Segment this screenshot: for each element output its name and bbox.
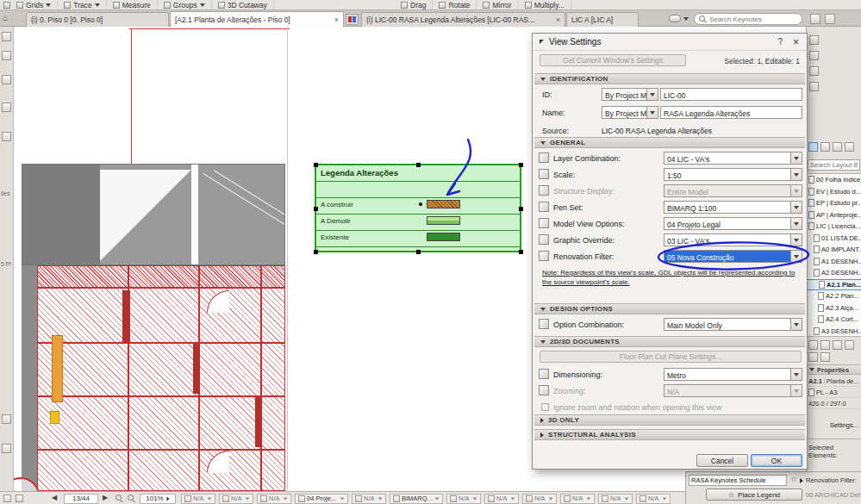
quick-option-field[interactable]: N/A	[181, 494, 215, 504]
layout-book-search[interactable]	[808, 159, 860, 171]
quick-option-field[interactable]: N/A	[636, 494, 671, 504]
name-mode-dropdown[interactable]: By Project Map	[602, 106, 658, 119]
quick-option-field[interactable]: 04 Proje...	[295, 494, 348, 504]
keynotes-search[interactable]	[694, 13, 802, 25]
panel-icon[interactable]	[820, 142, 830, 152]
zoom-in-icon[interactable]	[128, 495, 135, 502]
selection-handle[interactable]	[416, 163, 421, 167]
panel-icon[interactable]	[809, 35, 819, 45]
ok-button[interactable]: OK	[751, 454, 802, 467]
tree-item[interactable]: A1 DESENH...	[807, 256, 861, 268]
id-mode-dropdown[interactable]: By Project Map	[602, 88, 658, 101]
quick-option-field[interactable]: N/A	[598, 494, 633, 504]
star-icon[interactable]: ☆	[790, 475, 797, 483]
panel-icon[interactable]	[833, 340, 842, 350]
panel-icon[interactable]	[809, 82, 819, 91]
help-button[interactable]: ?	[777, 37, 783, 47]
panel-icon[interactable]	[833, 142, 842, 152]
home-icon[interactable]: ⌂	[3, 13, 8, 22]
quick-option-field[interactable]: N/A	[522, 494, 557, 504]
panel-icon[interactable]	[2, 51, 11, 60]
app-menu-icon[interactable]	[3, 2, 10, 9]
quick-option-field[interactable]: N/A	[352, 494, 386, 504]
selection-handle[interactable]	[519, 163, 523, 167]
panel-icon[interactable]	[809, 51, 819, 60]
panel-icon[interactable]	[2, 75, 11, 84]
zoom-out-icon[interactable]	[115, 495, 123, 502]
place-legend-button[interactable]: ☆Place Legend	[706, 488, 802, 501]
cancel-button[interactable]: Cancel	[696, 454, 748, 467]
tree-item[interactable]: 01 LISTA DE...	[807, 233, 861, 245]
toolbar-drag[interactable]: Drag	[395, 0, 433, 9]
panel-tab-icon[interactable]	[825, 14, 835, 24]
panel-icon[interactable]	[820, 352, 830, 362]
tree-item[interactable]: A0 IMPLANT...	[807, 244, 861, 256]
dropdown-button[interactable]	[790, 152, 802, 164]
renovation-filter-dropdown[interactable]: 05 Nova Construção	[664, 250, 802, 263]
tree-item[interactable]: LIC | Licencia...	[807, 221, 861, 233]
panel-icon[interactable]	[845, 340, 854, 350]
zoom-level[interactable]: 101%	[140, 494, 176, 504]
toolbar-multiply[interactable]: Multiply...	[519, 0, 571, 9]
dropdown-button[interactable]	[790, 369, 802, 380]
dropdown-button[interactable]	[790, 202, 802, 213]
close-icon[interactable]: ×	[334, 16, 339, 24]
dropdown-button[interactable]	[790, 234, 802, 246]
tree-item[interactable]: A2 DESENH...	[807, 267, 861, 279]
tab-legenda-alteracoes[interactable]: (i) LIC-00 RASA Legenda Alterações [LIC-…	[361, 12, 565, 27]
tree-item-selected[interactable]: A2.1 Plan...	[807, 279, 861, 291]
dialog-titlebar[interactable]: View Settings	[533, 34, 807, 51]
selection-handle[interactable]	[519, 250, 523, 254]
selection-handle[interactable]	[416, 250, 421, 254]
tree-item[interactable]: EP | Estudo pr...	[807, 197, 861, 209]
chevron-down-icon[interactable]	[683, 17, 689, 21]
dropdown-button[interactable]	[790, 218, 802, 229]
scale-dropdown[interactable]: 1:50	[664, 168, 802, 181]
panel-icon[interactable]	[820, 340, 830, 350]
toolbar-trace[interactable]: Trace	[58, 0, 106, 9]
page-indicator[interactable]: 13/44	[64, 494, 98, 504]
section-general[interactable]: GENERAL	[534, 137, 805, 148]
section-structural-analysis[interactable]: STRUCTURAL ANALYSIS	[534, 429, 805, 440]
section-identification[interactable]: IDENTIFICATION	[534, 73, 805, 84]
panel-icon[interactable]	[2, 444, 11, 453]
tab-mini[interactable]	[346, 14, 359, 25]
quick-option-field[interactable]: N/A	[560, 494, 595, 504]
properties-header[interactable]: Properties	[807, 364, 861, 375]
tree-item[interactable]: AP | Anteproje...	[807, 209, 861, 221]
pen-set-dropdown[interactable]: BIMARQ 1:100	[664, 201, 802, 214]
section-3d-only[interactable]: 3D ONLY	[534, 414, 805, 426]
panel-tab-icon[interactable]	[810, 14, 820, 24]
tab-lic-a[interactable]: LIC A [LIC A]	[566, 12, 639, 27]
id-value-field[interactable]: LIC-00	[660, 88, 802, 101]
selection-handle[interactable]	[314, 163, 318, 167]
close-button[interactable]: ×	[793, 36, 799, 48]
tab-piso-0[interactable]: (i) 0. Piso 0 [0. Piso 0]	[26, 12, 169, 27]
tree-item[interactable]: 00 Folha índice	[807, 174, 861, 186]
dropdown-button[interactable]	[646, 89, 658, 100]
layer-combination-dropdown[interactable]: 04 LIC - VA's	[664, 152, 802, 165]
panel-icon[interactable]	[3, 495, 11, 502]
dimensioning-dropdown[interactable]: Metro	[664, 368, 802, 381]
tree-item[interactable]: A2.2 Plan...	[807, 290, 861, 302]
panel-icon[interactable]	[2, 414, 11, 424]
play-icon[interactable]	[800, 478, 803, 483]
link-icon[interactable]	[669, 15, 681, 22]
tab-planta-alteracoes[interactable]: [A2.1 Planta de Alterações - Piso 0]×	[170, 11, 344, 27]
search-input[interactable]	[810, 161, 858, 169]
tree-item[interactable]: A2.3 Alça...	[807, 302, 861, 314]
selection-handle[interactable]	[314, 250, 318, 254]
panel-icon[interactable]	[808, 352, 818, 362]
settings-link[interactable]: Settings...	[830, 421, 858, 429]
tree-item[interactable]: A2.4 Cort...	[807, 314, 861, 326]
dropdown-button[interactable]	[646, 107, 658, 118]
section-design-options[interactable]: DESIGN OPTIONS	[534, 303, 805, 314]
layout-book-icon[interactable]	[808, 142, 818, 152]
section-2d3d-documents[interactable]: 2D/3D DOCUMENTS	[534, 336, 805, 347]
model-view-options-dropdown[interactable]: 04 Projeto Legal	[664, 217, 802, 230]
tree-item[interactable]: EV | Estudo d...	[807, 186, 861, 198]
graphic-override-dropdown[interactable]: 03 LIC - VA's	[664, 233, 802, 246]
toolbar-3d-cutaway[interactable]: 3D Cutaway	[212, 0, 274, 9]
toolbar-groups[interactable]: Groups	[158, 0, 212, 9]
quick-option-field[interactable]: BIMARQ...	[390, 494, 443, 504]
